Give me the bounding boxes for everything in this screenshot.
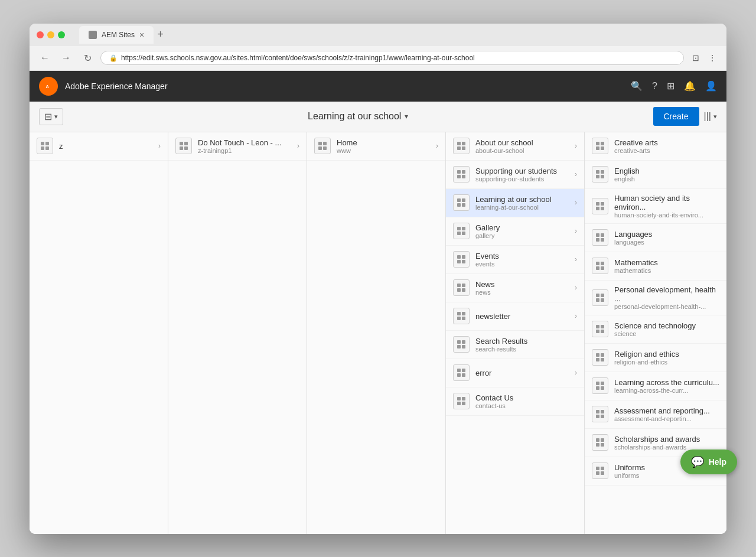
list-item[interactable]: About our school about-our-school › [446,132,584,161]
bell-icon[interactable]: 🔔 [684,80,696,92]
active-tab[interactable]: AEM Sites × [79,26,154,44]
list-item[interactable]: Languages languages [585,224,726,252]
page-icon [453,138,470,154]
tab-close-button[interactable]: × [139,30,144,40]
page-icon [592,258,608,274]
list-item[interactable]: Do Not Touch - Leon - ... z-trainingp1 › [168,132,307,161]
page-icon [453,166,470,183]
item-text: Contact Us contact-us [475,393,577,409]
list-item[interactable]: Search Results search-results [446,331,584,359]
item-name: News [475,280,569,289]
list-item[interactable]: Mathematics mathematics [585,252,726,281]
breadcrumb-chevron-icon[interactable]: ▾ [405,112,408,120]
list-item[interactable]: News news › [446,274,584,302]
back-button[interactable]: ← [37,50,53,66]
item-text: Home www [337,138,430,154]
user-icon[interactable]: 👤 [705,80,717,92]
view-toggle[interactable]: ||| ▾ [704,111,717,122]
list-item[interactable]: Creative arts creative-arts [585,132,726,161]
panel-toggle-button[interactable]: ⊟ ▾ [39,108,63,125]
list-item[interactable]: Supporting our students supporting-our-s… [446,161,584,189]
panel-toggle-chevron: ▾ [54,113,58,120]
item-text: Learning across the curriculu... learnin… [614,378,719,394]
item-name: Home [337,138,430,147]
list-item[interactable]: Events events › [446,246,584,274]
search-icon[interactable]: 🔍 [631,80,643,92]
chevron-right-icon: › [575,284,577,292]
list-item[interactable]: Religion and ethics religion-and-ethics [585,344,726,372]
item-name: Creative arts [614,138,719,147]
list-item[interactable]: newsletter › [446,302,584,331]
list-item[interactable]: Personal development, health ... persona… [585,281,726,315]
page-icon [592,434,608,451]
item-text: About our school about-our-school [475,138,569,154]
item-slug: events [475,260,569,268]
forward-button[interactable]: → [58,50,74,66]
item-text: Do Not Touch - Leon - ... z-trainingp1 [198,138,291,154]
list-item[interactable]: Home www › [307,132,445,161]
chevron-right-icon: › [575,255,577,263]
item-text: Gallery gallery [475,223,569,239]
create-button[interactable]: Create [653,107,699,126]
list-item[interactable]: Assessment and reporting... assessment-a… [585,400,726,429]
page-icon [175,138,192,154]
new-tab-button[interactable]: + [157,28,164,41]
help-icon[interactable]: ? [652,81,657,92]
item-slug: learning-across-the-curr... [614,387,719,394]
item-text: Mathematics mathematics [614,258,719,274]
grid-icon[interactable]: ⊞ [667,80,674,92]
url-bar[interactable]: 🔒 https://edit.sws.schools.nsw.gov.au/si… [100,51,684,65]
list-item[interactable]: Contact Us contact-us [446,387,584,416]
item-text: Human society and its environ... human-s… [614,194,719,219]
menu-icon[interactable]: ⋮ [705,51,719,65]
item-text: Learning at our school learning-at-our-s… [475,195,569,211]
item-name: Events [475,252,569,260]
list-item[interactable]: English english [585,161,726,189]
close-button[interactable] [37,31,44,38]
item-name: Gallery [475,223,569,232]
chevron-right-icon: › [575,198,577,207]
breadcrumb: Learning at our school ▾ [63,111,653,122]
item-name: About our school [475,138,569,147]
list-item[interactable]: Learning at our school learning-at-our-s… [446,189,584,217]
item-slug: assessment-and-reportin... [614,415,719,422]
list-item[interactable]: Learning across the curriculu... learnin… [585,372,726,400]
item-text: Scholarships and awards scholarships-and… [614,435,719,451]
item-name: Languages [614,230,719,239]
column-3: Home www › [307,132,446,534]
item-text: Languages languages [614,230,719,246]
item-name: Religion and ethics [614,350,719,359]
item-slug: about-our-school [475,147,569,154]
item-name: Learning across the curriculu... [614,378,719,387]
maximize-button[interactable] [58,31,65,38]
column-2: Do Not Touch - Leon - ... z-trainingp1 › [168,132,307,534]
address-actions: ⊡ ⋮ [689,51,719,65]
item-slug: news [475,289,569,296]
list-item[interactable]: Science and technology science [585,315,726,344]
page-icon [453,251,470,268]
address-bar: ← → ↻ 🔒 https://edit.sws.schools.nsw.gov… [30,46,726,71]
item-text: z [59,142,152,151]
list-item[interactable]: z › [30,132,168,161]
list-item[interactable]: Gallery gallery › [446,217,584,246]
item-text: English english [614,167,719,183]
column-view-icon: ||| [704,111,711,122]
item-slug: human-society-and-its-enviro... [614,211,719,219]
item-text: Search Results search-results [475,337,577,353]
svg-text:A: A [46,83,50,89]
item-slug: www [337,147,430,154]
reload-button[interactable]: ↻ [79,50,96,66]
list-item[interactable]: error › [446,359,584,387]
item-name: Learning at our school [475,195,569,204]
minimize-button[interactable] [47,31,54,38]
page-icon [592,321,608,337]
help-button[interactable]: 💬 Help [680,449,737,474]
list-item[interactable]: Human society and its environ... human-s… [585,189,726,224]
page-icon [453,223,470,239]
page-icon [592,229,608,246]
bookmark-icon[interactable]: ⊡ [689,51,703,65]
page-icon [592,377,608,394]
chevron-right-icon: › [436,142,438,150]
column-4: About our school about-our-school › Supp… [446,132,585,534]
column-browser: z › Do Not Touch - Leon - ... z-training… [30,132,726,534]
